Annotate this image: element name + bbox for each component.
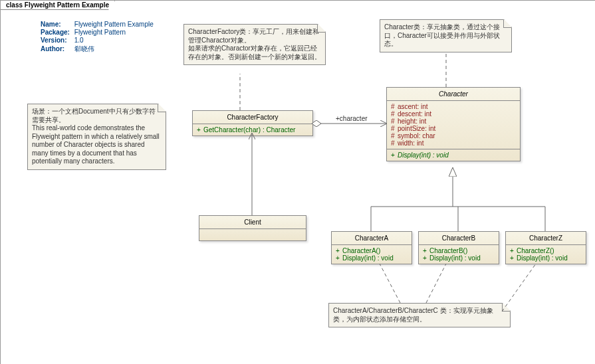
operations: +CharacterZ() +Display(int) : void	[506, 245, 586, 264]
note-character: Character类：享元抽象类，通过这个接口，Character可以接受并作用…	[380, 19, 512, 52]
note-factory: CharacterFactory类：享元工厂，用来创建和管理Charactor对…	[183, 24, 326, 65]
class-character[interactable]: Character #ascent: int #descent: int #he…	[386, 87, 521, 161]
note-concrete: CharacterA/CharacterB/CharacterC 类：实现享元抽…	[328, 303, 511, 327]
svg-line-9	[426, 264, 446, 303]
class-title: CharacterA	[332, 232, 412, 245]
class-title: Client	[199, 216, 306, 229]
empty	[199, 229, 306, 240]
class-title: CharacterB	[419, 232, 499, 245]
association-label: +character	[336, 115, 368, 122]
operations: +CharacterA() +Display(int) : void	[332, 245, 412, 264]
diagram-metadata: Name: Flyweight Pattern Example Package:…	[41, 21, 154, 54]
note-scenario: 场景：一个文档Document中只有少数字符需要共享。 This real-wo…	[27, 104, 166, 170]
operations: +Display(int) : void	[387, 149, 520, 161]
class-client[interactable]: Client	[199, 215, 306, 241]
operations: +CharacterB() +Display(int) : void	[419, 245, 499, 264]
class-title: CharacterFactory	[193, 111, 312, 124]
class-character-b[interactable]: CharacterB +CharacterB() +Display(int) :…	[418, 231, 499, 264]
class-title: Character	[387, 88, 520, 101]
class-character-a[interactable]: CharacterA +CharacterA() +Display(int) :…	[331, 231, 412, 264]
attributes: #ascent: int #descent: int #height: int …	[387, 101, 520, 149]
svg-line-8	[380, 264, 400, 303]
class-character-factory[interactable]: CharacterFactory +GetCharacter(char) : C…	[192, 110, 313, 136]
operations: +GetCharacter(char) : Character	[193, 124, 312, 136]
frame-title: class Flyweight Pattern Example	[1, 1, 115, 10]
diagram-canvas: class Flyweight Pattern Example Name: Fl…	[0, 0, 595, 364]
class-title: CharacterZ	[506, 232, 586, 245]
class-character-z[interactable]: CharacterZ +CharacterZ() +Display(int) :…	[505, 231, 586, 264]
